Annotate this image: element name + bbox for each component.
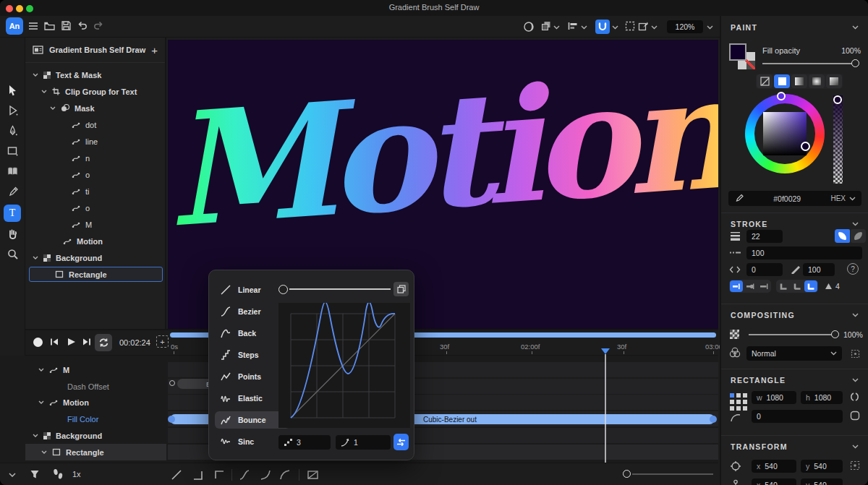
easing-preset-ease-in-out-icon[interactable] (239, 469, 250, 481)
anchor-grid-icon[interactable] (729, 392, 748, 411)
track-row-motion[interactable]: Motion (25, 394, 166, 411)
library-book-icon[interactable] (7, 166, 19, 176)
text-tool-button[interactable]: T (4, 205, 21, 222)
help-button[interactable]: ? (847, 263, 859, 275)
layer-item-dot[interactable]: dot (25, 116, 165, 133)
filter-icon[interactable] (30, 469, 40, 479)
transform-section-header[interactable]: TRANSFORM (731, 442, 788, 451)
easing-option-linear[interactable]: Linear (215, 281, 290, 299)
width-field[interactable]: w 1080 (752, 391, 796, 404)
playhead-marker[interactable] (601, 348, 610, 354)
clip-end-keyframe-dot[interactable] (168, 416, 175, 423)
fill-opacity-slider-track[interactable] (762, 63, 856, 64)
marquee-select-icon[interactable] (625, 21, 635, 31)
scene-header[interactable]: Gradient Brush Self Draw + (25, 38, 165, 63)
rectangle-tool-icon[interactable] (7, 146, 18, 156)
stroke-width-field[interactable]: 22 (746, 230, 783, 243)
preview-rate-label[interactable]: 1x (72, 470, 81, 478)
position-y-field[interactable]: y 540 (801, 460, 843, 473)
layer-item-line[interactable]: line (25, 133, 165, 150)
paint-linear-gradient-button[interactable] (791, 74, 807, 88)
snap-dropdown-chevron-icon[interactable] (612, 25, 618, 30)
direct-select-tool-icon[interactable] (8, 105, 18, 116)
chevron-down-icon[interactable] (33, 73, 38, 77)
align-dropdown-chevron-icon[interactable] (581, 25, 587, 30)
chevron-down-icon[interactable] (41, 90, 47, 93)
paint-section-header[interactable]: PAINT (731, 23, 757, 32)
collapse-chevron-icon[interactable] (9, 473, 16, 477)
alpha-selector-dot[interactable] (833, 95, 842, 104)
snap-magnet-button[interactable] (595, 20, 610, 34)
hex-value[interactable]: #0f0029 (744, 194, 830, 203)
rounded-rect-icon[interactable] (850, 411, 860, 421)
chevron-down-icon[interactable] (852, 445, 859, 449)
hex-mode-label[interactable]: HEX (830, 194, 846, 202)
save-icon[interactable] (61, 21, 71, 30)
saturation-value-square[interactable] (763, 112, 807, 155)
transform-tool-icon[interactable] (638, 21, 648, 31)
stroke-section-header[interactable]: STROKE (731, 220, 768, 228)
paint-angular-gradient-button[interactable] (826, 74, 842, 88)
brush-style-a-button[interactable] (835, 229, 850, 243)
saturation-selector-dot[interactable] (801, 142, 810, 151)
cap-round-button[interactable] (744, 280, 757, 292)
hand-tool-icon[interactable] (7, 228, 19, 240)
easing-mix-slider-track[interactable] (289, 288, 391, 290)
duplicate-dropdown-chevron-icon[interactable] (553, 25, 560, 30)
isolate-blending-icon[interactable] (851, 349, 860, 359)
chevron-down-icon[interactable] (33, 256, 38, 259)
duplicate-icon[interactable] (541, 21, 551, 31)
layer-item-n[interactable]: n (25, 150, 165, 166)
timeline-zoom-slider-track[interactable] (632, 473, 713, 475)
chevron-down-icon[interactable] (852, 313, 859, 317)
paint-none-button[interactable] (757, 74, 773, 88)
easing-preset-ease-out-icon[interactable] (279, 469, 291, 481)
chevron-down-icon[interactable] (852, 25, 859, 30)
paint-solid-button[interactable] (774, 74, 790, 88)
chevron-down-icon[interactable] (38, 368, 44, 372)
track-row-background[interactable]: Background (25, 427, 166, 444)
corner-radius-field[interactable]: 0 (752, 410, 843, 423)
timeline-zoom-slider-knob[interactable] (623, 470, 631, 478)
anchor-y-field[interactable]: y 540 (801, 478, 843, 485)
bounce-count-field[interactable]: 3 (278, 435, 331, 450)
select-tool-icon[interactable] (7, 85, 18, 96)
cap-butt-button[interactable] (730, 280, 743, 292)
easing-preset-ease-in-icon[interactable] (260, 469, 271, 481)
chevron-down-icon[interactable] (849, 197, 856, 201)
play-button-icon[interactable] (67, 337, 76, 347)
height-field[interactable]: h 1080 (801, 391, 843, 404)
menu-icon[interactable] (28, 22, 38, 30)
playhead-line[interactable] (605, 354, 606, 463)
easing-preset-hold-start-icon[interactable] (213, 469, 225, 481)
keyframe-dot[interactable] (169, 380, 175, 386)
compositing-section-header[interactable]: COMPOSITING (731, 311, 795, 319)
layer-item-ti[interactable]: ti (25, 183, 165, 199)
eyedropper-tool-icon[interactable] (8, 186, 18, 197)
track-row-fill-color[interactable]: Fill Color (25, 411, 166, 427)
zoom-level-dropdown[interactable]: 120% (667, 20, 703, 33)
undo-icon[interactable] (77, 21, 88, 30)
track-row-rectangle[interactable]: Rectangle (25, 444, 166, 460)
custom-curve-icon[interactable] (307, 469, 319, 481)
pen-tool-icon[interactable] (7, 125, 18, 136)
chevron-down-icon[interactable] (50, 106, 56, 110)
layer-item-rectangle[interactable]: Rectangle (29, 267, 163, 282)
join-miter-button[interactable] (777, 280, 790, 292)
transform-dropdown-chevron-icon[interactable] (651, 25, 658, 30)
add-scene-button[interactable]: + (151, 44, 158, 56)
opacity-slider-knob[interactable] (831, 330, 839, 338)
contact-mask-icon[interactable] (522, 20, 535, 33)
curve-editor[interactable] (278, 303, 410, 428)
track-row-m[interactable]: M (25, 361, 166, 378)
fill-swatch[interactable] (729, 43, 746, 61)
layer-item-clip-group[interactable]: Clip Group for Text (25, 83, 165, 100)
easing-preset-hold-end-icon[interactable] (192, 469, 204, 481)
chevron-down-icon[interactable] (852, 378, 859, 382)
swap-direction-button[interactable] (393, 434, 409, 450)
align-icon[interactable] (568, 22, 578, 30)
chevron-down-icon[interactable] (852, 222, 859, 226)
record-button[interactable] (33, 338, 43, 347)
cap-projecting-button[interactable] (757, 280, 770, 292)
skip-end-icon[interactable] (82, 337, 92, 347)
